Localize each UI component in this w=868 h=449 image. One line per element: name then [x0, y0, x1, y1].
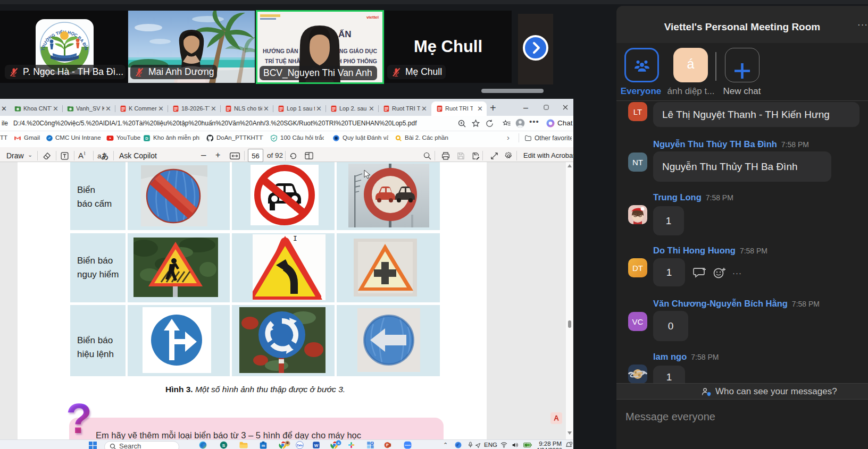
svg-text:Zalo: Zalo: [297, 444, 303, 447]
svg-text:S: S: [222, 443, 226, 448]
svg-text:ẤN: ẤN: [338, 29, 352, 39]
svg-text:I: I: [293, 235, 297, 243]
svg-text:D: D: [145, 136, 148, 141]
svg-text:A: A: [371, 442, 373, 445]
svg-text:viettel: viettel: [366, 15, 379, 20]
svg-text:A: A: [338, 442, 340, 445]
svg-text:zoom: zoom: [405, 444, 411, 446]
svg-text:TRÍ TUỆ NHÂN: TRÍ TUỆ NHÂN: [265, 58, 304, 65]
svg-text:W: W: [314, 443, 319, 448]
svg-text:P: P: [386, 443, 389, 447]
svg-text:m: m: [262, 443, 265, 448]
